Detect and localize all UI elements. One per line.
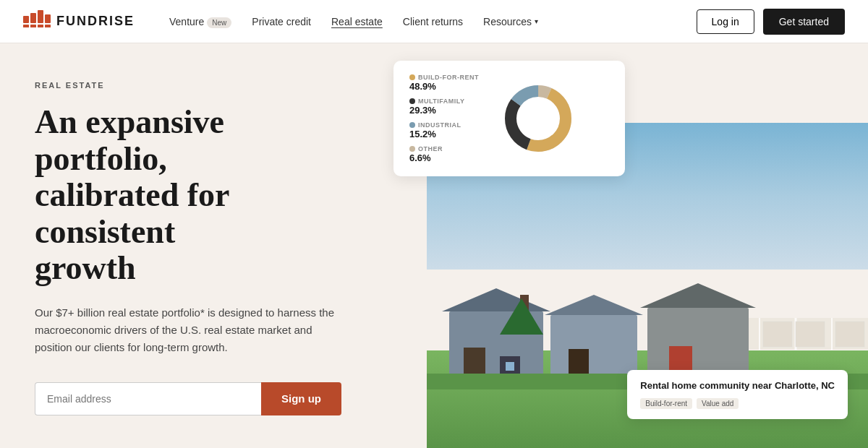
svg-rect-3 — [30, 25, 36, 27]
login-button[interactable]: Log in — [697, 9, 754, 34]
chevron-down-icon: ▾ — [535, 17, 538, 25]
svg-rect-0 — [23, 16, 29, 23]
email-signup-row: Sign up — [35, 382, 341, 415]
svg-rect-6 — [45, 14, 51, 23]
nav-auth: Log in Get started — [697, 9, 845, 35]
svg-rect-7 — [45, 25, 51, 27]
hero-heading: An expansive portfolio, calibrated for c… — [35, 104, 341, 287]
donut-chart — [502, 82, 574, 155]
logo-icon — [23, 10, 51, 33]
svg-rect-4 — [38, 10, 43, 23]
logo-text: FUNDRISE — [56, 14, 135, 29]
chart-card: BUILD-FOR-RENT 48.9% MULTIFAMILY 29.3% I… — [393, 61, 625, 176]
nav-links: VentureNew Private credit Real estate Cl… — [169, 16, 673, 27]
svg-rect-2 — [30, 13, 36, 23]
industrial-dot — [409, 122, 415, 128]
info-tags: Build-for-rent Value add — [640, 398, 835, 409]
logo[interactable]: FUNDRISE — [23, 10, 135, 33]
nav-private-credit[interactable]: Private credit — [252, 16, 311, 27]
legend-build-for-rent: BUILD-FOR-RENT 48.9% — [409, 74, 489, 92]
info-tag-build-for-rent: Build-for-rent — [640, 398, 692, 409]
info-card-title: Rental home community near Charlotte, NC — [640, 380, 835, 392]
right-panel: BUILD-FOR-RENT 48.9% MULTIFAMILY 29.3% I… — [376, 43, 868, 448]
chart-legend: BUILD-FOR-RENT 48.9% MULTIFAMILY 29.3% I… — [409, 74, 489, 163]
info-tag-value-add: Value add — [697, 398, 739, 409]
nav-resources[interactable]: Resources ▾ — [483, 16, 538, 27]
signup-button[interactable]: Sign up — [261, 382, 341, 415]
hero-description: Our $7+ billion real estate portfolio* i… — [35, 304, 341, 356]
left-panel: Real estate An expansive portfolio, cali… — [0, 43, 376, 448]
svg-point-13 — [518, 98, 558, 139]
multifamily-dot — [409, 98, 415, 104]
info-card: Rental home community near Charlotte, NC… — [627, 370, 848, 419]
nav-real-estate[interactable]: Real estate — [331, 16, 383, 27]
svg-rect-1 — [23, 25, 29, 27]
nav-client-returns[interactable]: Client returns — [403, 16, 463, 27]
email-input[interactable] — [35, 382, 261, 415]
legend-multifamily: MULTIFAMILY 29.3% — [409, 98, 489, 116]
legend-other: OTHER 6.6% — [409, 145, 489, 163]
main-content: Real estate An expansive portfolio, cali… — [0, 43, 868, 448]
section-label: Real estate — [35, 81, 341, 90]
build-for-rent-dot — [409, 74, 415, 80]
nav-venture[interactable]: VentureNew — [169, 16, 231, 27]
legend-industrial: INDUSTRIAL 15.2% — [409, 121, 489, 139]
get-started-button[interactable]: Get started — [763, 9, 845, 35]
navbar: FUNDRISE VentureNew Private credit Real … — [0, 0, 868, 43]
svg-rect-5 — [38, 25, 43, 27]
other-dot — [409, 146, 415, 152]
